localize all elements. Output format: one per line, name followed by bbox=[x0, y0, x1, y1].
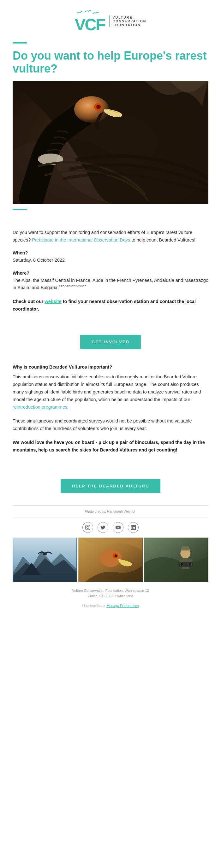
logo-line1: VULTURE bbox=[113, 16, 133, 19]
email-container: VCF VULTURE CONSERVATION FOUNDATION Do y… bbox=[0, 0, 221, 868]
get-involved-button[interactable]: GET INVOLVED bbox=[80, 335, 141, 349]
logo-line2: CONSERVATION bbox=[113, 19, 146, 23]
why-title: Why is counting Bearded Vultures importa… bbox=[12, 365, 209, 370]
website-paragraph: Check out our website to find your neare… bbox=[12, 298, 209, 313]
linkedin-icon[interactable] bbox=[128, 522, 139, 533]
linkedin-svg bbox=[131, 525, 136, 530]
vulture-illustration bbox=[12, 81, 209, 204]
teal-divider-below-image bbox=[12, 209, 27, 210]
bottom-img-1-svg bbox=[12, 537, 77, 582]
footer-address: Vulture Conservation Foundation, Wuhrstr… bbox=[0, 582, 221, 602]
svg-point-11 bbox=[43, 553, 47, 555]
flags-text: ATBGFRITESCHDE bbox=[59, 285, 86, 288]
body-section: Do you want to support the monitoring an… bbox=[0, 219, 221, 332]
svg-point-13 bbox=[100, 549, 121, 567]
where-text: The Alps, the Massif Central in France, … bbox=[12, 278, 209, 290]
when-label: When? bbox=[12, 250, 209, 255]
header: VCF VULTURE CONSERVATION FOUNDATION bbox=[0, 0, 221, 39]
where-label: Where? bbox=[12, 271, 209, 276]
manage-preferences-link[interactable]: Manage Preferences bbox=[106, 604, 139, 608]
instagram-icon[interactable] bbox=[82, 522, 93, 533]
help-section: HELP THE BEARDED VULTURE bbox=[0, 473, 221, 505]
instagram-svg bbox=[85, 525, 90, 530]
bottom-image-1 bbox=[12, 537, 77, 582]
why-para2: These simultaneous and coordinated surve… bbox=[12, 417, 209, 433]
social-section bbox=[0, 517, 221, 537]
cta-section: GET INVOLVED bbox=[0, 332, 221, 358]
unsubscribe-text: Unsubscribe or bbox=[82, 604, 106, 608]
para1-end: . bbox=[67, 405, 68, 409]
website-link[interactable]: website bbox=[45, 299, 61, 304]
teal-divider-hero bbox=[12, 42, 27, 43]
why-para1-text: This ambitious conservation initiative e… bbox=[12, 374, 201, 402]
hero-image bbox=[12, 81, 209, 204]
footer-unsubscribe: Unsubscribe or Manage Preferences bbox=[0, 602, 221, 617]
intro-text-2: to help count Bearded Vultures! bbox=[131, 238, 195, 243]
svg-rect-19 bbox=[182, 547, 189, 550]
twitter-icon[interactable] bbox=[98, 522, 108, 533]
hero-section: Do you want to help Europe's rarest vult… bbox=[0, 42, 221, 219]
why-para1: This ambitious conservation initiative e… bbox=[12, 373, 209, 411]
logo-line3: FOUNDATION bbox=[113, 23, 141, 27]
twitter-svg bbox=[101, 525, 106, 530]
bottom-image-3 bbox=[144, 537, 209, 582]
bottom-img-3-svg bbox=[144, 537, 209, 582]
youtube-svg bbox=[115, 525, 120, 530]
logo-block: VCF VULTURE CONSERVATION FOUNDATION bbox=[75, 9, 146, 33]
address-line1: Vulture Conservation Foundation, Wuhrstr… bbox=[12, 588, 209, 594]
address-line2: Zürich, CH-8003, Switzerland bbox=[12, 593, 209, 599]
svg-point-4 bbox=[74, 96, 109, 123]
bottom-img-2-svg bbox=[78, 537, 143, 582]
bottom-image-2 bbox=[78, 537, 143, 582]
where-value: The Alps, the Massif Central in France, … bbox=[12, 277, 209, 292]
observation-days-link[interactable]: Participate in the International Observa… bbox=[32, 238, 130, 243]
logo-vcf-birds: VCF bbox=[75, 9, 105, 33]
youtube-icon[interactable] bbox=[113, 522, 123, 533]
svg-point-15 bbox=[115, 555, 117, 557]
help-bearded-vulture-button[interactable]: HELP THE BEARDED VULTURE bbox=[61, 479, 160, 493]
bottom-images-section bbox=[0, 537, 221, 582]
intro-paragraph: Do you want to support the monitoring an… bbox=[12, 229, 209, 244]
svg-point-27 bbox=[189, 563, 191, 566]
photo-credits: Photo credits: Hansruedi Weyrich bbox=[0, 506, 221, 517]
logo-area: VCF VULTURE CONSERVATION FOUNDATION bbox=[6, 9, 215, 33]
why-section: Why is counting Bearded Vultures importa… bbox=[0, 358, 221, 473]
website-prefix: Check out our bbox=[12, 299, 43, 304]
hero-title: Do you want to help Europe's rarest vult… bbox=[12, 49, 209, 75]
reintroduction-link[interactable]: reintroduction programmes bbox=[12, 405, 67, 409]
logo-vcf-text: VCF bbox=[75, 17, 105, 33]
when-value: Saturday, 8 October 2022 bbox=[12, 257, 209, 264]
logo-text-right: VULTURE CONSERVATION FOUNDATION bbox=[109, 16, 146, 27]
svg-point-8 bbox=[100, 105, 101, 106]
svg-point-26 bbox=[181, 563, 183, 566]
why-para3: We would love the have you on board - pi… bbox=[12, 439, 209, 454]
